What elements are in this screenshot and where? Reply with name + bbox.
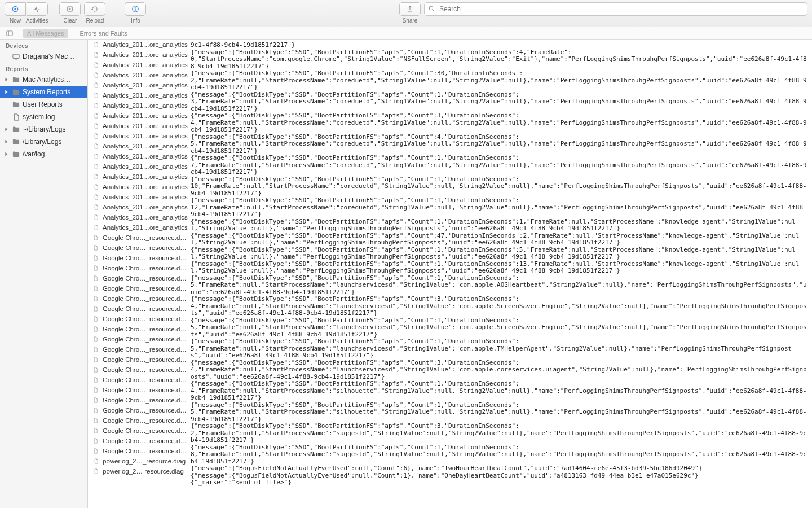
activities-button[interactable]: [27, 2, 48, 16]
scope-all-messages[interactable]: All Messages: [23, 29, 68, 38]
file-name: Google Chro…_resource.diag: [103, 326, 188, 332]
scope-bar: All Messages Errors and Faults: [0, 27, 812, 40]
info-button[interactable]: [125, 2, 146, 16]
folder-icon: [11, 150, 20, 159]
svg-rect-7: [7, 30, 13, 35]
file-row[interactable]: Analytics_201…ore_analytics: [88, 161, 188, 172]
file-row[interactable]: Google Chro…_resource.diag: [88, 426, 188, 436]
reload-button[interactable]: [84, 2, 105, 16]
sidebar-item-label: System Reports: [23, 88, 70, 96]
file-icon: [92, 234, 99, 242]
file-row[interactable]: Analytics_201…ore_analytics: [88, 60, 188, 70]
file-icon: [92, 81, 99, 89]
file-row[interactable]: Analytics_201…ore_analytics: [88, 131, 188, 141]
file-icon: [92, 132, 99, 140]
file-row[interactable]: Google Chro…_resource.diag: [88, 253, 188, 263]
file-row[interactable]: Analytics_201…ore_analytics: [88, 100, 188, 111]
file-icon: [92, 183, 99, 191]
clear-button[interactable]: [59, 2, 81, 16]
file-row[interactable]: Google Chro…_resource.diag: [88, 243, 188, 253]
log-content[interactable]: 9c1-4f88-9cb4-19d1851f2217"} {"message":…: [188, 40, 812, 508]
file-row[interactable]: Google Chro…_resource.diag: [88, 436, 188, 446]
file-row[interactable]: Analytics_201…ore_analytics: [88, 202, 188, 212]
file-name: Google Chro…_resource.diag: [103, 437, 188, 444]
file-row[interactable]: Google Chro…_resource.diag: [88, 283, 188, 294]
file-row[interactable]: Analytics_201…ore_analytics: [88, 50, 188, 60]
file-row[interactable]: Analytics_201…ore_analytics: [88, 212, 188, 222]
file-name: Analytics_201…ore_analytics: [103, 204, 188, 211]
file-icon: [92, 51, 99, 59]
scope-errors-faults[interactable]: Errors and Faults: [75, 29, 131, 38]
disclosure-triangle-icon[interactable]: [3, 90, 9, 94]
sidebar-item[interactable]: system.log: [0, 111, 87, 123]
file-row[interactable]: Google Chro…_resource.diag: [88, 263, 188, 273]
file-name: Google Chro…_resource.diag: [103, 255, 188, 261]
file-row[interactable]: Analytics_201…ore_analytics: [88, 222, 188, 233]
file-icon: [92, 203, 99, 211]
sidebar-item[interactable]: System Reports: [0, 86, 87, 98]
folder-icon: [11, 137, 20, 146]
file-row[interactable]: Google Chro…_resource.diag: [88, 273, 188, 283]
file-row[interactable]: powerlog_2…_resource.diag: [88, 456, 188, 466]
file-row[interactable]: Google Chro…_resource.diag: [88, 334, 188, 344]
file-row[interactable]: Google Chro…_resource.diag: [88, 354, 188, 365]
file-icon: [92, 457, 99, 465]
sidebar-item-label: system.log: [23, 113, 55, 121]
file-row[interactable]: Google Chro…_resource.diag: [88, 294, 188, 304]
file-name: Google Chro…_resource.diag: [103, 366, 188, 373]
file-row[interactable]: Google Chro…_resource.diag: [88, 375, 188, 385]
target-icon: [11, 5, 19, 13]
file-icon: [92, 376, 99, 384]
disclosure-triangle-icon[interactable]: [3, 139, 9, 144]
file-row[interactable]: Analytics_201…ore_analytics: [88, 141, 188, 151]
file-name: Analytics_201…ore_analytics: [103, 112, 188, 119]
file-row[interactable]: Analytics_201…ore_analytics: [88, 111, 188, 121]
folder-icon: [11, 100, 20, 109]
file-row[interactable]: Google Chro…_resource.diag: [88, 233, 188, 243]
file-row[interactable]: Google Chro…_resource.diag: [88, 304, 188, 314]
disclosure-triangle-icon[interactable]: [3, 127, 9, 132]
sidebar-device[interactable]: Dragana's Mac…: [0, 50, 87, 63]
file-row[interactable]: Analytics_201…ore_analytics: [88, 192, 188, 202]
search-wrap: [424, 2, 807, 16]
file-icon: [92, 447, 99, 455]
sidebar-item[interactable]: ~/Library/Logs: [0, 123, 87, 135]
file-icon: [92, 284, 99, 292]
file-name: Analytics_201…ore_analytics: [103, 122, 188, 129]
file-row[interactable]: powerlog_2… resource.diag: [88, 466, 188, 476]
search-input[interactable]: [424, 2, 807, 16]
file-row[interactable]: Analytics_201…ore_analytics: [88, 151, 188, 161]
file-name: Google Chro…_resource.diag: [103, 427, 188, 434]
file-row[interactable]: Google Chro…_resource.diag: [88, 344, 188, 354]
clear-label: Clear: [64, 17, 77, 24]
file-row[interactable]: Analytics_201…ore_analytics: [88, 121, 188, 131]
file-row[interactable]: Google Chro…_resource.diag: [88, 314, 188, 324]
sidebar-item[interactable]: /Library/Logs: [0, 135, 87, 148]
now-button[interactable]: [5, 2, 26, 16]
file-row[interactable]: Analytics_201…ore_analytics: [88, 80, 188, 90]
file-row[interactable]: Google Chro…_resource.diag: [88, 415, 188, 426]
sidebar-item[interactable]: /var/log: [0, 148, 87, 160]
share-button[interactable]: [399, 2, 421, 16]
file-row[interactable]: Google Chro…_resource.diag: [88, 385, 188, 395]
file-icon: [92, 467, 99, 475]
file-row[interactable]: Google Chro…_resource.diag: [88, 446, 188, 456]
file-name: Google Chro…_resource.diag: [103, 356, 188, 363]
file-row[interactable]: Analytics_201…ore_analytics: [88, 172, 188, 182]
file-row[interactable]: Analytics_201…ore_analytics: [88, 70, 188, 80]
disclosure-triangle-icon[interactable]: [3, 77, 9, 82]
file-row[interactable]: Google Chro…_resource.diag: [88, 405, 188, 415]
file-icon: [92, 356, 99, 364]
file-row[interactable]: Google Chro…_resource.diag: [88, 324, 188, 334]
file-row[interactable]: Analytics_201…ore_analytics: [88, 90, 188, 100]
file-row[interactable]: Google Chro…_resource.diag: [88, 395, 188, 405]
disclosure-triangle-icon[interactable]: [3, 152, 9, 156]
file-row[interactable]: Analytics_201…ore_analytics: [88, 40, 188, 50]
file-row[interactable]: Analytics_201…ore_analytics: [88, 182, 188, 192]
sidebar-item-label: ~/Library/Logs: [23, 125, 65, 133]
sidebar-item[interactable]: User Reports: [0, 98, 87, 111]
file-name: Analytics_201…ore_analytics: [103, 72, 188, 78]
sidebar-item[interactable]: Mac Analytics…: [0, 73, 87, 86]
file-row[interactable]: Google Chro…_resource.diag: [88, 365, 188, 375]
sidebar-toggle-button[interactable]: [3, 28, 16, 38]
